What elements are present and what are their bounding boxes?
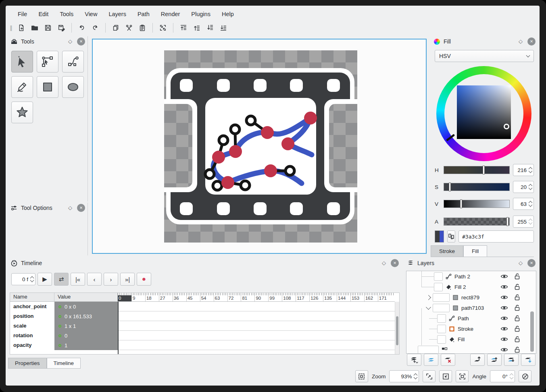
timeline-scrollbar[interactable] (395, 302, 399, 354)
next-frame-button[interactable]: › (104, 273, 118, 286)
timeline-close-button[interactable]: × (391, 259, 399, 267)
move-layer-top-button[interactable] (470, 354, 485, 366)
keyframe-lane[interactable] (118, 311, 395, 321)
move-layer-bottom-button[interactable] (521, 354, 536, 366)
paste-button[interactable] (136, 22, 148, 34)
keyframe-lane[interactable] (118, 321, 395, 331)
spin-arrows-icon[interactable] (510, 374, 513, 379)
layer-thumbnail[interactable] (434, 272, 443, 281)
expand-chevron-expanded[interactable] (426, 305, 431, 310)
keyframe-lane[interactable] (118, 340, 395, 350)
hue-slider-handle[interactable] (483, 166, 484, 174)
scrollbar-thumb[interactable] (396, 316, 398, 345)
delete-layer-button[interactable] (441, 354, 455, 366)
frame-spinbox[interactable]: 0 f (11, 273, 35, 285)
tab-fill[interactable]: Fill (463, 245, 487, 257)
property-row[interactable]: position (10, 311, 54, 321)
property-row[interactable]: rotation (10, 331, 54, 340)
menu-edit[interactable]: Edit (33, 8, 54, 20)
keyframe-lanes[interactable] (118, 302, 395, 350)
raise-to-top-button[interactable] (177, 22, 190, 34)
property-value[interactable]: 0 (54, 331, 118, 340)
open-file-button[interactable] (29, 22, 41, 34)
canvas[interactable] (92, 39, 427, 254)
lock-open-icon[interactable] (513, 346, 521, 353)
redo-button[interactable] (89, 22, 101, 34)
rectangle-tool-button[interactable] (37, 76, 58, 98)
visibility-eye-icon[interactable] (500, 284, 508, 290)
fill-close-button[interactable]: × (527, 37, 536, 46)
visibility-eye-icon[interactable] (500, 274, 508, 279)
alpha-slider[interactable] (444, 218, 510, 226)
star-tool-button[interactable] (11, 102, 33, 123)
copy-button[interactable] (110, 22, 122, 34)
menu-file[interactable]: File (12, 8, 33, 20)
visibility-eye-icon[interactable] (500, 326, 508, 332)
visibility-eye-icon[interactable] (500, 315, 508, 321)
tools-float-button[interactable]: ◇ (67, 38, 74, 45)
swap-colors-button[interactable] (447, 230, 455, 243)
layer-row-partial[interactable] (406, 344, 536, 354)
tab-timeline[interactable]: Timeline (47, 358, 81, 369)
alpha-slider-handle[interactable] (507, 218, 508, 226)
visibility-eye-icon[interactable] (500, 305, 508, 311)
frame-document-button[interactable] (355, 370, 368, 382)
lock-open-icon[interactable] (513, 294, 521, 301)
undo-button[interactable] (76, 22, 88, 34)
keyframe-lane[interactable] (118, 302, 395, 311)
bezier-tool-button[interactable] (62, 51, 84, 73)
alpha-spinbox[interactable]: 255 (513, 216, 534, 228)
go-to-start-button[interactable]: |« (71, 273, 85, 286)
lock-open-icon[interactable] (513, 305, 521, 311)
new-file-button[interactable] (15, 22, 27, 34)
layers-scrollbar-thumb[interactable] (530, 311, 534, 352)
save-button[interactable] (42, 22, 54, 34)
group-shapes-button[interactable] (157, 22, 169, 34)
layer-thumbnail[interactable] (437, 325, 446, 333)
lock-open-icon[interactable] (513, 326, 521, 332)
fit-view-button[interactable] (456, 370, 469, 382)
visibility-eye-icon[interactable] (500, 347, 508, 353)
saturation-spinbox[interactable]: 20 (513, 181, 534, 193)
save-as-button[interactable] (55, 22, 67, 34)
zoom-in-button[interactable] (423, 370, 436, 382)
spin-arrows-icon[interactable] (529, 219, 532, 224)
saturation-slider-handle[interactable] (449, 183, 450, 191)
loop-button[interactable]: ⇄ (54, 273, 69, 286)
tab-stroke[interactable]: Stroke (431, 245, 463, 257)
layer-row[interactable]: path7103 (406, 303, 536, 313)
select-tool-button[interactable] (11, 51, 33, 73)
property-value[interactable]: 1 x 1 (54, 321, 118, 331)
color-model-select[interactable]: HSV (435, 50, 534, 62)
layer-thumbnail[interactable] (433, 304, 450, 312)
layer-row[interactable]: Path 2 (406, 271, 536, 282)
add-layer-button[interactable] (407, 354, 421, 366)
menu-view[interactable]: View (79, 8, 103, 20)
menu-plugins[interactable]: Plugins (185, 8, 216, 20)
value-slider-handle[interactable] (461, 200, 462, 208)
lower-button[interactable] (204, 22, 216, 34)
zoom-spinbox[interactable]: 93% (389, 370, 419, 382)
menu-layers[interactable]: Layers (103, 8, 132, 20)
hex-color-input[interactable] (458, 230, 534, 243)
visibility-eye-icon[interactable] (500, 336, 508, 342)
toolbar-drag-handle[interactable]: ∥ (10, 25, 12, 31)
layer-thumbnail[interactable] (418, 346, 439, 354)
saturation-slider[interactable] (444, 183, 510, 191)
lock-open-icon[interactable] (513, 273, 521, 280)
tool-options-float-button[interactable]: ◇ (67, 204, 74, 212)
angle-spinbox[interactable]: 0° (490, 370, 515, 382)
menu-render[interactable]: Render (155, 8, 186, 20)
tools-close-button[interactable]: × (77, 37, 85, 46)
layer-row[interactable]: Path (406, 313, 536, 324)
keyframe-lane[interactable] (118, 331, 395, 340)
property-value[interactable]: 1 (54, 340, 118, 350)
menu-help[interactable]: Help (216, 8, 240, 20)
layer-row[interactable]: Fill 2 (406, 282, 536, 292)
cut-button[interactable] (123, 22, 135, 34)
hue-slider[interactable] (444, 166, 510, 174)
timeline-float-button[interactable]: ◇ (380, 259, 388, 267)
move-layer-down-button[interactable] (504, 354, 519, 366)
visibility-eye-icon[interactable] (500, 295, 508, 300)
property-row[interactable]: anchor_point (10, 302, 54, 311)
